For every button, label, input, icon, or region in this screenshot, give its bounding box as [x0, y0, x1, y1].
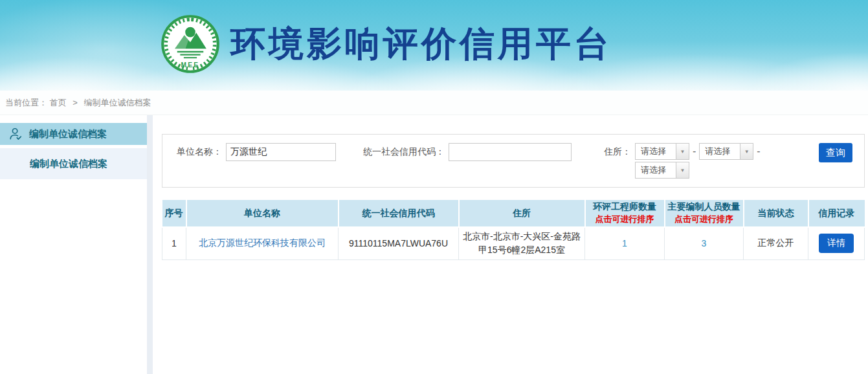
sidebar-subitem-unit-credit-archive[interactable]: 编制单位诚信档案 [0, 148, 147, 179]
col-header-credit-record: 信用记录 [808, 200, 865, 227]
district-select[interactable]: 请选择 ▼ [635, 162, 689, 179]
detail-button[interactable]: 详情 [819, 234, 854, 253]
table-header-row: 序号 单位名称 统一社会信用代码 住所 环评工程师数量 点击可进行排序 [162, 200, 865, 227]
breadcrumb-separator: > [72, 98, 78, 107]
credit-archive-table: 序号 单位名称 统一社会信用代码 住所 环评工程师数量 点击可进行排序 [162, 200, 865, 260]
breadcrumb-current: 编制单位诚信档案 [83, 98, 151, 107]
unit-name-link[interactable]: 北京万源世纪环保科技有限公司 [199, 237, 326, 248]
sidebar-item-label: 编制单位诚信档案 [29, 128, 107, 140]
select-dash: - [757, 143, 760, 160]
sidebar-subitem-label: 编制单位诚信档案 [30, 158, 107, 170]
cell-status: 正常公开 [744, 227, 808, 259]
site-header: MEE 环境影响评价信用平台 [0, 0, 868, 91]
main-content: 单位名称： 统一社会信用代码： 住所： 请选择 ▼ - [153, 115, 868, 374]
col-header-credit-code: 统一社会信用代码 [339, 200, 459, 227]
address-label: 住所： [604, 143, 631, 160]
person-check-icon [8, 127, 23, 141]
select-dash: - [693, 143, 696, 160]
breadcrumb-home-link[interactable]: 首页 [50, 98, 67, 107]
col-header-engineer-count[interactable]: 环评工程师数量 点击可进行排序 [585, 200, 665, 227]
address-select-row-2: 请选择 ▼ [635, 162, 764, 179]
table-row: 1 北京万源世纪环保科技有限公司 91110115MA7LWUA76U 北京市-… [162, 227, 865, 259]
cell-engineer-count: 1 [585, 227, 665, 259]
col-header-index: 序号 [162, 200, 186, 227]
sidebar: 编制单位诚信档案 编制单位诚信档案 [0, 115, 147, 374]
col-header-unit-name: 单位名称 [186, 200, 339, 227]
city-select[interactable]: 请选择 ▼ [699, 143, 753, 160]
sidebar-divider [147, 115, 153, 374]
cell-index: 1 [162, 227, 186, 259]
cell-credit-code: 91110115MA7LWUA76U [339, 227, 459, 259]
svg-text:MEE: MEE [181, 61, 200, 69]
chevron-down-icon[interactable]: ▼ [740, 144, 753, 159]
unit-name-label: 单位名称： [177, 146, 222, 158]
unit-name-field-group: 单位名称： [177, 143, 336, 161]
brand: MEE 环境影响评价信用平台 [161, 14, 612, 74]
credit-code-label: 统一社会信用代码： [363, 146, 445, 158]
cell-unit-name: 北京万源世纪环保科技有限公司 [186, 227, 339, 259]
sidebar-item-unit-credit-archive[interactable]: 编制单位诚信档案 [0, 123, 147, 145]
sort-hint[interactable]: 点击可进行排序 [588, 214, 662, 225]
site-title: 环境影响评价信用平台 [230, 21, 612, 68]
col-header-status: 当前状态 [744, 200, 808, 227]
sort-hint[interactable]: 点击可进行排序 [668, 214, 740, 225]
credit-code-field-group: 统一社会信用代码： [363, 143, 572, 161]
cell-editor-count: 3 [665, 227, 744, 259]
chevron-down-icon[interactable]: ▼ [676, 162, 689, 178]
unit-name-input[interactable] [226, 143, 336, 161]
editor-count-link[interactable]: 3 [702, 238, 707, 248]
province-select[interactable]: 请选择 ▼ [635, 143, 689, 160]
col-header-address: 住所 [459, 200, 585, 227]
engineer-count-link[interactable]: 1 [622, 238, 627, 248]
cell-address: 北京市-北京市-大兴区-金苑路甲15号6幢2层A215室 [459, 227, 585, 259]
address-select-row-1: 请选择 ▼ - 请选择 ▼ - [635, 143, 764, 160]
page-body: 编制单位诚信档案 编制单位诚信档案 单位名称： 统一社会信用代码： 住所： [0, 115, 868, 374]
search-panel: 单位名称： 统一社会信用代码： 住所： 请选择 ▼ - [162, 134, 865, 188]
address-field-group: 住所： 请选择 ▼ - 请选择 ▼ - [604, 143, 764, 179]
chevron-down-icon[interactable]: ▼ [676, 144, 689, 159]
cell-credit-record: 详情 [808, 227, 865, 259]
breadcrumb: 当前位置： 首页 > 编制单位诚信档案 [0, 91, 868, 115]
col-header-editor-count[interactable]: 主要编制人员数量 点击可进行排序 [665, 200, 744, 227]
query-button[interactable]: 查询 [819, 143, 852, 162]
mee-logo-icon: MEE [161, 14, 220, 74]
breadcrumb-prefix: 当前位置： [5, 98, 47, 107]
credit-code-input[interactable] [449, 143, 572, 161]
address-selects: 请选择 ▼ - 请选择 ▼ - 请选择 ▼ [635, 143, 764, 179]
